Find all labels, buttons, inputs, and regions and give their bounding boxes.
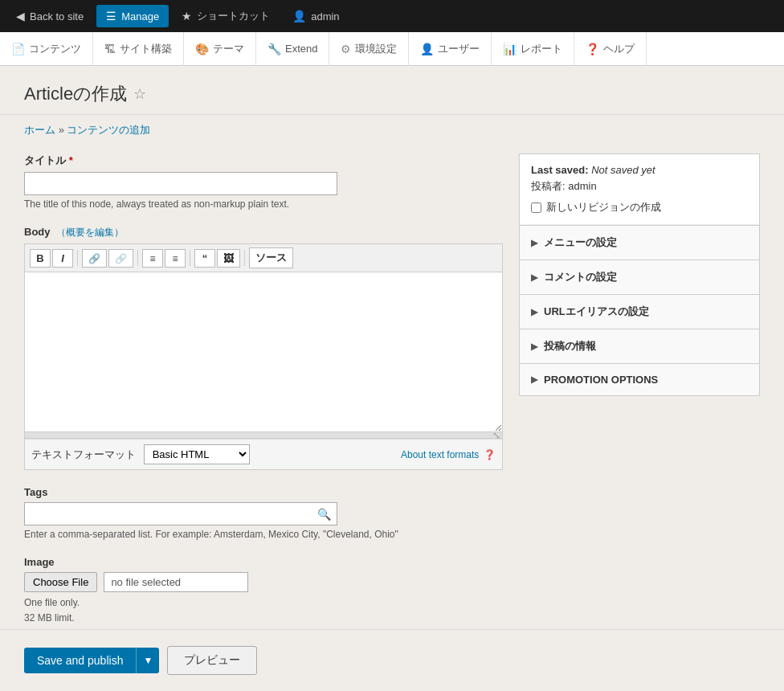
toolbar-sep-1 (77, 250, 78, 266)
reports-icon: 📊 (503, 43, 517, 55)
sidebar-menu-settings[interactable]: ▶ メニューの設定 (520, 225, 759, 260)
sidebar-url-alias[interactable]: ▶ URLエイリアスの設定 (520, 294, 759, 329)
unlink-icon: 🔗 (115, 253, 127, 264)
nav-content-label: コンテンツ (29, 42, 81, 56)
help-icon: ❓ (586, 43, 599, 55)
nav-reports-label: レポート (521, 42, 562, 56)
blockquote-button[interactable]: “ (194, 249, 215, 268)
nav-content[interactable]: 📄 コンテンツ (0, 32, 93, 66)
comment-settings-header[interactable]: ▶ コメントの設定 (520, 260, 759, 294)
italic-button[interactable]: I (52, 249, 73, 268)
author-label: 投稿者: (531, 180, 566, 192)
content-wrap: Articleの作成 ☆ ホーム » コンテンツの追加 タイトル * The t… (0, 66, 784, 691)
admin-bar: ◀ Back to site ☰ Manage ★ ショートカット 👤 admi… (0, 0, 784, 32)
save-publish-dropdown-button[interactable]: ▼ (136, 648, 159, 673)
bullet-list-button[interactable]: ≡ (142, 249, 163, 268)
manage-menu[interactable]: ☰ Manage (96, 5, 169, 27)
title-hint: The title of this node, always treated a… (24, 198, 503, 210)
bottom-buttons: Save and publish ▼ プレビュー (0, 629, 784, 691)
settings-icon: ⚙ (341, 43, 351, 55)
title-input[interactable] (24, 172, 337, 195)
nav-site-build-label: サイト構築 (120, 42, 172, 56)
editor-footer: テキストフォーマット Basic HTML Restricted HTML Fu… (24, 439, 503, 470)
about-text-formats-group: About text formats ❓ (401, 448, 496, 460)
tags-section: Tags 🔍 Enter a comma-separated list. For… (24, 486, 503, 540)
tags-input-wrap: 🔍 (24, 502, 337, 525)
menu-settings-label: メニューの設定 (544, 235, 617, 250)
menu-settings-header[interactable]: ▶ メニューの設定 (520, 226, 759, 260)
breadcrumb-home-link[interactable]: ホーム (24, 124, 55, 136)
user-menu[interactable]: 👤 admin (283, 5, 349, 27)
image-button[interactable]: 🖼 (217, 249, 240, 268)
nav-site-build[interactable]: 🏗 サイト構築 (93, 32, 184, 66)
dropdown-arrow-icon: ▼ (143, 655, 153, 666)
url-alias-arrow: ▶ (531, 307, 537, 317)
image-label: Image (24, 556, 503, 568)
manage-label: Manage (121, 10, 159, 22)
post-info-header[interactable]: ▶ 投稿の情報 (520, 329, 759, 363)
back-to-site-link[interactable]: ◀ Back to site (6, 5, 93, 27)
body-editor[interactable] (24, 272, 503, 432)
left-column: タイトル * The title of this node, always tr… (24, 153, 503, 658)
nav-help[interactable]: ❓ ヘルプ (574, 32, 647, 66)
menu-icon: ☰ (106, 10, 116, 22)
extend-icon: 🔧 (267, 43, 281, 55)
nav-users[interactable]: 👤 ユーザー (409, 32, 492, 66)
toolbar-sep-3 (190, 250, 190, 266)
choose-file-button[interactable]: Choose File (24, 572, 97, 592)
sidebar-promotion-options[interactable]: ▶ PROMOTION OPTIONS (520, 363, 759, 395)
editor-toolbar: B I 🔗 🔗 ≡ ≡ (24, 243, 503, 272)
about-text-formats-link[interactable]: About text formats (401, 449, 479, 460)
source-button[interactable]: ソース (249, 247, 293, 268)
user-icon: 👤 (292, 10, 306, 22)
file-name-display: no file selected (104, 572, 248, 592)
promotion-options-header[interactable]: ▶ PROMOTION OPTIONS (520, 364, 759, 395)
site-build-icon: 🏗 (104, 43, 116, 55)
body-summary-link[interactable]: （概要を編集） (56, 227, 124, 238)
editor-resize-handle[interactable]: ⤡ (24, 432, 503, 439)
page-header: Articleの作成 ☆ (0, 66, 784, 115)
image-icon: 🖼 (223, 252, 234, 264)
body-label: Body （概要を編集） (24, 226, 503, 239)
nav-extend[interactable]: 🔧 Extend (256, 32, 329, 66)
numbered-list-button[interactable]: ≡ (165, 249, 186, 268)
theme-icon: 🎨 (195, 43, 209, 55)
author-row: 投稿者: admin (531, 179, 748, 194)
sidebar-comment-settings[interactable]: ▶ コメントの設定 (520, 260, 759, 294)
numbered-list-icon: ≡ (172, 253, 178, 264)
required-indicator: * (69, 154, 73, 166)
star-icon: ★ (182, 10, 192, 22)
nav-settings[interactable]: ⚙ 環境設定 (329, 32, 409, 66)
resize-icon: ⤡ (492, 430, 500, 441)
unlink-button[interactable]: 🔗 (108, 249, 133, 268)
link-button[interactable]: 🔗 (82, 249, 107, 268)
author-value: admin (568, 180, 596, 192)
promotion-options-arrow: ▶ (531, 374, 537, 385)
save-publish-button[interactable]: Save and publish (24, 648, 136, 673)
arrow-left-icon: ◀ (16, 10, 25, 22)
breadcrumb-add-link[interactable]: コンテンツの追加 (67, 124, 150, 136)
shortcuts-menu[interactable]: ★ ショートカット (172, 4, 280, 28)
text-format-label: テキストフォーマット (31, 448, 136, 460)
preview-button[interactable]: プレビュー (167, 646, 257, 675)
comment-settings-arrow: ▶ (531, 272, 537, 283)
image-hint-2: 32 MB limit. (24, 611, 503, 626)
menu-settings-arrow: ▶ (531, 238, 537, 248)
bold-button[interactable]: B (30, 249, 51, 268)
nav-reports[interactable]: 📊 レポート (492, 32, 574, 66)
toolbar-sep-2 (137, 250, 138, 266)
last-saved-value: Not saved yet (591, 164, 655, 176)
text-format-select[interactable]: Basic HTML Restricted HTML Full HTML Pla… (144, 444, 250, 464)
url-alias-label: URLエイリアスの設定 (544, 305, 649, 319)
sidebar-saved-info: Last saved: Not saved yet 投稿者: admin 新しい… (520, 154, 759, 225)
tags-input[interactable] (24, 502, 337, 525)
revision-checkbox[interactable] (531, 202, 541, 213)
shortcuts-label: ショートカット (197, 9, 270, 23)
tags-search-icon: 🔍 (317, 508, 331, 521)
favorite-star-icon[interactable]: ☆ (133, 85, 146, 103)
url-alias-header[interactable]: ▶ URLエイリアスの設定 (520, 295, 759, 329)
file-input-row: Choose File no file selected (24, 572, 503, 592)
title-section: タイトル * The title of this node, always tr… (24, 153, 503, 210)
nav-theme[interactable]: 🎨 テーマ (184, 32, 256, 66)
sidebar-post-info[interactable]: ▶ 投稿の情報 (520, 329, 759, 363)
